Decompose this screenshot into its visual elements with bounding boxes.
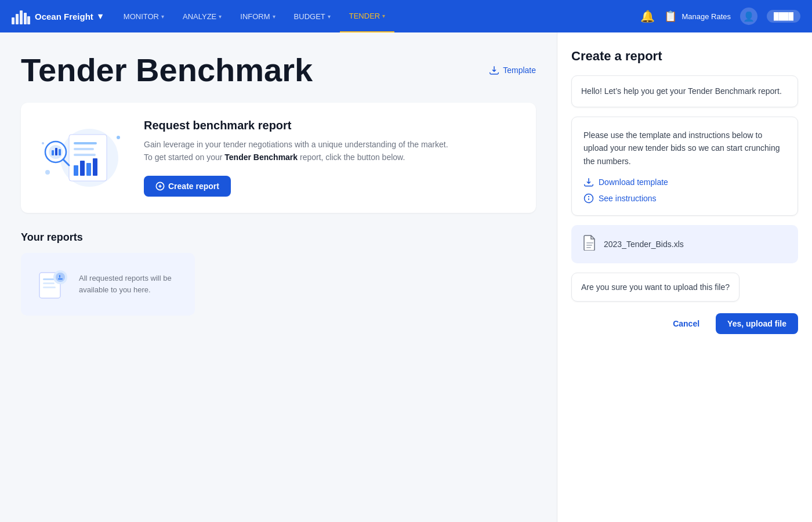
svg-rect-12 (80, 161, 85, 176)
your-reports-title: Your reports (21, 231, 536, 244)
empty-reports-card: All requested reports will be available … (21, 253, 195, 316)
request-benchmark-card: Request benchmark report Gain leverage i… (21, 103, 536, 213)
svg-point-22 (117, 136, 120, 139)
info-icon (583, 193, 594, 204)
your-reports-section: Your reports All requested reports will … (21, 231, 536, 316)
svg-rect-8 (74, 142, 97, 144)
logo-text: Ocean Freight (35, 12, 93, 21)
download-template-icon (583, 177, 594, 187)
main-layout: Tender Benchmark Template (0, 32, 812, 522)
manage-rates-icon: 📋 (664, 10, 677, 23)
file-icon (583, 234, 597, 254)
nav-right: 🔔 📋 Manage Rates 👤 ████ (640, 8, 800, 25)
svg-rect-33 (59, 275, 60, 278)
nav-item-inform[interactable]: INFORM ▾ (231, 0, 284, 32)
see-instructions-link[interactable]: See instructions (583, 193, 786, 204)
svg-rect-18 (52, 150, 54, 155)
nav-item-tender[interactable]: TENDER ▾ (340, 0, 394, 32)
download-template-link[interactable]: Download template (583, 177, 786, 187)
notification-bell-icon[interactable]: 🔔 (640, 9, 655, 23)
nav-item-budget[interactable]: BUDGET ▾ (285, 0, 340, 32)
svg-rect-0 (12, 17, 14, 24)
nav-item-analyze[interactable]: ANALYZE ▾ (173, 0, 231, 32)
plus-icon (155, 182, 165, 191)
confirm-bubble: Are you sure you want to upload this fil… (571, 273, 740, 302)
tender-chevron-icon: ▾ (382, 13, 385, 19)
template-button[interactable]: Template (489, 65, 536, 75)
file-card: 2023_Tender_Bids.xls (571, 225, 798, 263)
svg-rect-10 (74, 154, 96, 156)
page-title-row: Tender Benchmark Template (21, 51, 536, 89)
user-avatar[interactable]: 👤 (740, 8, 757, 25)
svg-rect-39 (586, 245, 592, 246)
left-panel: Tender Benchmark Template (0, 32, 557, 522)
svg-rect-9 (74, 148, 94, 150)
logo-chevron: ▾ (98, 11, 103, 21)
greeting-bubble: Hello! Let’s help you get your Tender Be… (571, 75, 798, 107)
page-title: Tender Benchmark (21, 51, 313, 89)
request-heading: Request benchmark report (144, 119, 448, 132)
right-panel: Create a report Hello! Let’s help you ge… (557, 32, 812, 522)
cancel-button[interactable]: Cancel (664, 313, 709, 334)
navbar: Ocean Freight ▾ MONITOR ▾ ANALYZE ▾ INFO… (0, 0, 812, 32)
user-tag[interactable]: ████ (767, 10, 800, 23)
instructions-text: Please use the template and instructions… (583, 129, 786, 168)
svg-point-23 (42, 142, 44, 144)
file-name: 2023_Tender_Bids.xls (604, 240, 684, 249)
empty-reports-text: All requested reports will be available … (79, 273, 181, 295)
action-row: Cancel Yes, upload file (571, 313, 798, 334)
svg-rect-34 (58, 278, 63, 280)
request-content: Request benchmark report Gain leverage i… (144, 119, 448, 197)
svg-rect-40 (586, 247, 591, 248)
create-report-title: Create a report (571, 49, 798, 64)
instructions-card: Please use the template and instructions… (571, 117, 798, 216)
monitor-chevron-icon: ▾ (161, 13, 164, 20)
logo[interactable]: Ocean Freight ▾ (12, 8, 103, 24)
svg-rect-30 (43, 287, 56, 288)
svg-rect-3 (24, 13, 27, 24)
svg-rect-1 (16, 14, 19, 24)
manage-rates-button[interactable]: 📋 Manage Rates (664, 10, 731, 23)
analyze-chevron-icon: ▾ (219, 13, 222, 20)
empty-reports-illustration (35, 267, 70, 302)
svg-rect-19 (55, 148, 57, 155)
benchmark-illustration (37, 120, 130, 195)
svg-rect-4 (27, 16, 30, 24)
upload-button[interactable]: Yes, upload file (716, 313, 798, 334)
svg-rect-11 (74, 165, 78, 176)
budget-chevron-icon: ▾ (328, 13, 331, 20)
svg-rect-13 (86, 163, 91, 176)
request-description: Gain leverage in your tender negotiation… (144, 138, 448, 164)
create-report-button[interactable]: Create report (144, 176, 231, 197)
svg-rect-2 (20, 10, 23, 24)
user-icon: 👤 (743, 11, 755, 22)
inform-chevron-icon: ▾ (273, 13, 276, 20)
download-icon (489, 65, 499, 75)
svg-rect-29 (43, 282, 55, 284)
svg-point-21 (45, 170, 50, 175)
svg-rect-20 (59, 149, 61, 155)
svg-rect-38 (586, 242, 593, 244)
nav-item-monitor[interactable]: MONITOR ▾ (114, 0, 173, 32)
svg-rect-14 (93, 158, 97, 176)
